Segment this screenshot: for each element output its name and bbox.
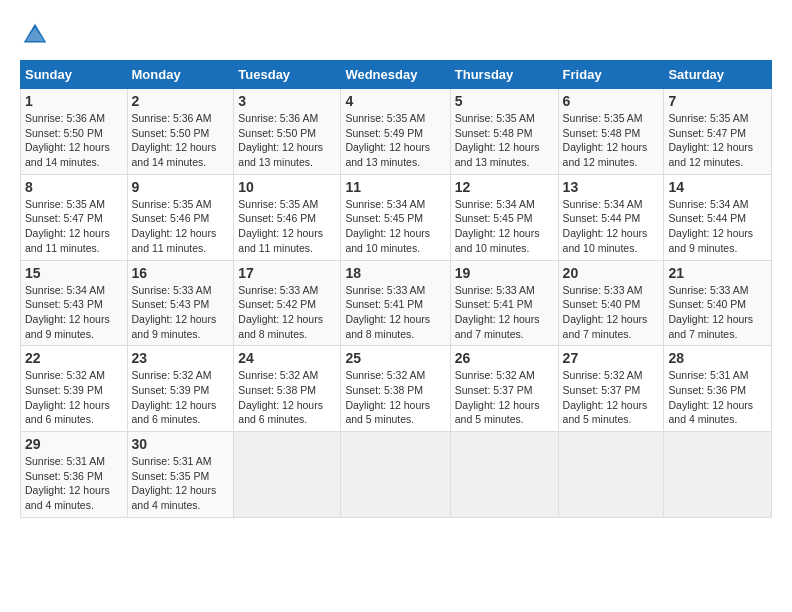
calendar-cell: 6Sunrise: 5:35 AM Sunset: 5:48 PM Daylig… [558, 89, 664, 175]
calendar-cell: 4Sunrise: 5:35 AM Sunset: 5:49 PM Daylig… [341, 89, 450, 175]
calendar-cell: 5Sunrise: 5:35 AM Sunset: 5:48 PM Daylig… [450, 89, 558, 175]
calendar-cell: 25Sunrise: 5:32 AM Sunset: 5:38 PM Dayli… [341, 346, 450, 432]
day-content: Sunrise: 5:33 AM Sunset: 5:43 PM Dayligh… [132, 283, 230, 342]
day-number: 19 [455, 265, 554, 281]
day-content: Sunrise: 5:35 AM Sunset: 5:46 PM Dayligh… [238, 197, 336, 256]
day-number: 15 [25, 265, 123, 281]
day-content: Sunrise: 5:31 AM Sunset: 5:36 PM Dayligh… [668, 368, 767, 427]
calendar-cell: 26Sunrise: 5:32 AM Sunset: 5:37 PM Dayli… [450, 346, 558, 432]
day-number: 12 [455, 179, 554, 195]
calendar-cell: 3Sunrise: 5:36 AM Sunset: 5:50 PM Daylig… [234, 89, 341, 175]
calendar-cell [341, 432, 450, 518]
day-number: 20 [563, 265, 660, 281]
calendar-cell: 21Sunrise: 5:33 AM Sunset: 5:40 PM Dayli… [664, 260, 772, 346]
weekday-header-monday: Monday [127, 61, 234, 89]
day-content: Sunrise: 5:33 AM Sunset: 5:41 PM Dayligh… [345, 283, 445, 342]
weekday-header-saturday: Saturday [664, 61, 772, 89]
logo [20, 20, 54, 50]
day-number: 24 [238, 350, 336, 366]
calendar-cell: 15Sunrise: 5:34 AM Sunset: 5:43 PM Dayli… [21, 260, 128, 346]
calendar-cell [558, 432, 664, 518]
day-number: 18 [345, 265, 445, 281]
logo-icon [20, 20, 50, 50]
calendar-cell [664, 432, 772, 518]
day-number: 17 [238, 265, 336, 281]
day-content: Sunrise: 5:32 AM Sunset: 5:38 PM Dayligh… [238, 368, 336, 427]
day-number: 10 [238, 179, 336, 195]
day-content: Sunrise: 5:34 AM Sunset: 5:44 PM Dayligh… [563, 197, 660, 256]
day-content: Sunrise: 5:31 AM Sunset: 5:36 PM Dayligh… [25, 454, 123, 513]
day-number: 7 [668, 93, 767, 109]
calendar-cell: 1Sunrise: 5:36 AM Sunset: 5:50 PM Daylig… [21, 89, 128, 175]
calendar-cell: 10Sunrise: 5:35 AM Sunset: 5:46 PM Dayli… [234, 174, 341, 260]
calendar-cell: 22Sunrise: 5:32 AM Sunset: 5:39 PM Dayli… [21, 346, 128, 432]
day-number: 4 [345, 93, 445, 109]
weekday-header-sunday: Sunday [21, 61, 128, 89]
day-content: Sunrise: 5:35 AM Sunset: 5:49 PM Dayligh… [345, 111, 445, 170]
day-content: Sunrise: 5:36 AM Sunset: 5:50 PM Dayligh… [238, 111, 336, 170]
day-content: Sunrise: 5:33 AM Sunset: 5:42 PM Dayligh… [238, 283, 336, 342]
day-content: Sunrise: 5:33 AM Sunset: 5:41 PM Dayligh… [455, 283, 554, 342]
day-content: Sunrise: 5:34 AM Sunset: 5:45 PM Dayligh… [455, 197, 554, 256]
day-content: Sunrise: 5:35 AM Sunset: 5:46 PM Dayligh… [132, 197, 230, 256]
calendar-cell: 8Sunrise: 5:35 AM Sunset: 5:47 PM Daylig… [21, 174, 128, 260]
day-content: Sunrise: 5:33 AM Sunset: 5:40 PM Dayligh… [668, 283, 767, 342]
day-number: 22 [25, 350, 123, 366]
day-number: 1 [25, 93, 123, 109]
calendar-cell: 27Sunrise: 5:32 AM Sunset: 5:37 PM Dayli… [558, 346, 664, 432]
day-number: 16 [132, 265, 230, 281]
day-content: Sunrise: 5:32 AM Sunset: 5:38 PM Dayligh… [345, 368, 445, 427]
day-number: 29 [25, 436, 123, 452]
day-content: Sunrise: 5:34 AM Sunset: 5:45 PM Dayligh… [345, 197, 445, 256]
day-content: Sunrise: 5:34 AM Sunset: 5:44 PM Dayligh… [668, 197, 767, 256]
page-header [20, 20, 772, 50]
day-number: 6 [563, 93, 660, 109]
day-content: Sunrise: 5:35 AM Sunset: 5:48 PM Dayligh… [563, 111, 660, 170]
calendar-cell: 30Sunrise: 5:31 AM Sunset: 5:35 PM Dayli… [127, 432, 234, 518]
calendar-cell: 18Sunrise: 5:33 AM Sunset: 5:41 PM Dayli… [341, 260, 450, 346]
day-number: 27 [563, 350, 660, 366]
day-number: 25 [345, 350, 445, 366]
calendar-cell: 29Sunrise: 5:31 AM Sunset: 5:36 PM Dayli… [21, 432, 128, 518]
day-content: Sunrise: 5:35 AM Sunset: 5:47 PM Dayligh… [25, 197, 123, 256]
day-content: Sunrise: 5:33 AM Sunset: 5:40 PM Dayligh… [563, 283, 660, 342]
calendar-cell: 12Sunrise: 5:34 AM Sunset: 5:45 PM Dayli… [450, 174, 558, 260]
day-content: Sunrise: 5:32 AM Sunset: 5:37 PM Dayligh… [563, 368, 660, 427]
day-number: 3 [238, 93, 336, 109]
calendar-week-4: 22Sunrise: 5:32 AM Sunset: 5:39 PM Dayli… [21, 346, 772, 432]
weekday-header-thursday: Thursday [450, 61, 558, 89]
day-content: Sunrise: 5:32 AM Sunset: 5:37 PM Dayligh… [455, 368, 554, 427]
calendar-cell: 11Sunrise: 5:34 AM Sunset: 5:45 PM Dayli… [341, 174, 450, 260]
calendar-cell [234, 432, 341, 518]
day-number: 11 [345, 179, 445, 195]
weekday-header-wednesday: Wednesday [341, 61, 450, 89]
weekday-header-tuesday: Tuesday [234, 61, 341, 89]
calendar-cell: 19Sunrise: 5:33 AM Sunset: 5:41 PM Dayli… [450, 260, 558, 346]
weekday-header-friday: Friday [558, 61, 664, 89]
calendar-cell: 28Sunrise: 5:31 AM Sunset: 5:36 PM Dayli… [664, 346, 772, 432]
day-number: 13 [563, 179, 660, 195]
calendar-cell: 24Sunrise: 5:32 AM Sunset: 5:38 PM Dayli… [234, 346, 341, 432]
calendar-table: SundayMondayTuesdayWednesdayThursdayFrid… [20, 60, 772, 518]
day-number: 5 [455, 93, 554, 109]
calendar-cell [450, 432, 558, 518]
calendar-cell: 2Sunrise: 5:36 AM Sunset: 5:50 PM Daylig… [127, 89, 234, 175]
calendar-cell: 23Sunrise: 5:32 AM Sunset: 5:39 PM Dayli… [127, 346, 234, 432]
calendar-week-2: 8Sunrise: 5:35 AM Sunset: 5:47 PM Daylig… [21, 174, 772, 260]
day-number: 30 [132, 436, 230, 452]
day-number: 26 [455, 350, 554, 366]
calendar-cell: 16Sunrise: 5:33 AM Sunset: 5:43 PM Dayli… [127, 260, 234, 346]
day-content: Sunrise: 5:36 AM Sunset: 5:50 PM Dayligh… [25, 111, 123, 170]
day-number: 9 [132, 179, 230, 195]
day-number: 2 [132, 93, 230, 109]
calendar-week-1: 1Sunrise: 5:36 AM Sunset: 5:50 PM Daylig… [21, 89, 772, 175]
day-number: 28 [668, 350, 767, 366]
day-content: Sunrise: 5:35 AM Sunset: 5:48 PM Dayligh… [455, 111, 554, 170]
day-content: Sunrise: 5:34 AM Sunset: 5:43 PM Dayligh… [25, 283, 123, 342]
day-content: Sunrise: 5:36 AM Sunset: 5:50 PM Dayligh… [132, 111, 230, 170]
calendar-cell: 20Sunrise: 5:33 AM Sunset: 5:40 PM Dayli… [558, 260, 664, 346]
day-number: 8 [25, 179, 123, 195]
day-number: 14 [668, 179, 767, 195]
day-number: 21 [668, 265, 767, 281]
calendar-week-3: 15Sunrise: 5:34 AM Sunset: 5:43 PM Dayli… [21, 260, 772, 346]
